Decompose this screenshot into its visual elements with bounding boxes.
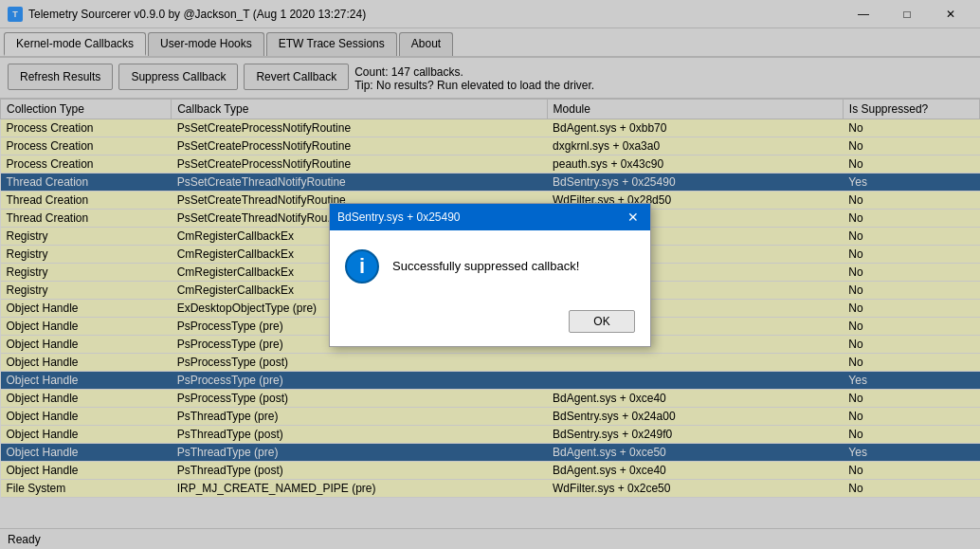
modal-title: BdSentry.sys + 0x25490 xyxy=(337,210,461,224)
modal-ok-button[interactable]: OK xyxy=(569,310,635,333)
modal-overlay: BdSentry.sys + 0x25490 ✕ i Successfully … xyxy=(0,0,980,549)
modal-title-bar: BdSentry.sys + 0x25490 ✕ xyxy=(330,204,650,230)
modal-info-icon: i xyxy=(345,249,379,284)
modal-body: i Successfully suppressed callback! xyxy=(330,230,650,302)
modal-message: Successfully suppressed callback! xyxy=(392,259,579,273)
modal-close-button[interactable]: ✕ xyxy=(624,208,643,227)
modal-dialog: BdSentry.sys + 0x25490 ✕ i Successfully … xyxy=(329,203,651,347)
modal-footer: OK xyxy=(330,302,650,346)
